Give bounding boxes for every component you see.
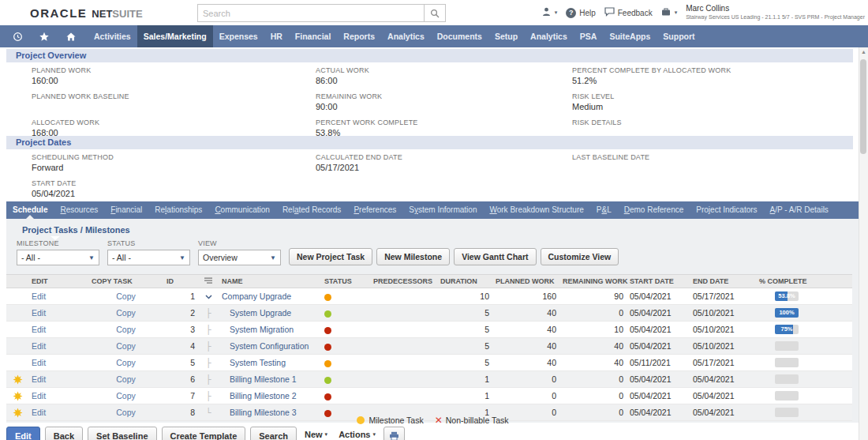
col-predecessors[interactable]: PREDECESSORS xyxy=(370,275,437,288)
quick-add-menu[interactable]: ▾ xyxy=(661,7,678,18)
task-name-link[interactable]: System Configuration xyxy=(222,341,309,351)
task-name-link[interactable]: Billing Milestone 1 xyxy=(222,374,297,384)
home-icon[interactable] xyxy=(65,32,77,42)
nav-item-setup[interactable]: Setup xyxy=(488,25,524,47)
tab-project-indicators[interactable]: Project Indicators xyxy=(690,201,763,219)
status-filter-select[interactable]: - All - ▼ xyxy=(107,250,190,265)
edit-link[interactable]: Edit xyxy=(32,341,46,351)
copy-link[interactable]: Copy xyxy=(116,358,136,367)
edit-button[interactable]: Edit xyxy=(6,427,40,440)
col-remaining-work[interactable]: REMAINING WORK xyxy=(559,275,627,288)
customize-view-button[interactable]: Customize View xyxy=(541,248,619,265)
predecessors-cell xyxy=(370,338,437,355)
nav-item-analytics[interactable]: Analytics xyxy=(381,25,431,47)
nav-item-hr[interactable]: HR xyxy=(264,25,289,47)
task-name-link[interactable]: Billing Milestone 2 xyxy=(222,391,297,401)
col-copy-task[interactable]: COPY TASK xyxy=(88,275,163,288)
task-name-link[interactable]: System Testing xyxy=(222,358,286,367)
col-duration[interactable]: DURATION xyxy=(437,275,492,288)
scrollbar-thumb[interactable] xyxy=(860,59,866,154)
col-id[interactable]: ID xyxy=(163,275,198,288)
col-end-date[interactable]: END DATE xyxy=(690,275,756,288)
nav-item-sales-marketing[interactable]: Sales/Marketing xyxy=(137,25,213,47)
legend-milestone: Milestone Task xyxy=(357,416,423,425)
col-milestone-icon[interactable] xyxy=(6,275,28,288)
tab-system-information[interactable]: System Information xyxy=(402,201,483,219)
feedback-button[interactable]: Feedback xyxy=(604,7,653,18)
search-input[interactable] xyxy=(198,5,424,21)
col-complete[interactable]: % COMPLETE xyxy=(756,275,852,288)
nav-item-activities[interactable]: Activities xyxy=(88,25,137,47)
edit-link[interactable]: Edit xyxy=(32,308,46,318)
nav-item-documents[interactable]: Documents xyxy=(431,25,488,47)
nav-item-suiteapps[interactable]: SuiteApps xyxy=(603,25,657,47)
copy-link[interactable]: Copy xyxy=(116,341,136,351)
back-button[interactable]: Back xyxy=(45,427,83,440)
tab-resources[interactable]: Resources xyxy=(54,201,104,219)
recent-records-icon[interactable] xyxy=(13,32,23,42)
copy-link[interactable]: Copy xyxy=(116,391,136,401)
edit-link[interactable]: Edit xyxy=(32,291,46,301)
tab-relationships[interactable]: Relationships xyxy=(148,201,208,219)
col-start-date[interactable]: START DATE xyxy=(627,275,690,288)
search-icon[interactable] xyxy=(424,5,445,21)
tab-work-breakdown-structure[interactable]: Work Breakdown Structure xyxy=(483,201,589,219)
task-name-link[interactable]: System Migration xyxy=(222,325,294,334)
field-start-date: START DATE05/04/2021 xyxy=(32,179,316,198)
edit-link[interactable]: Edit xyxy=(32,325,46,334)
tab-a-p-a-r-details[interactable]: A/P - A/R Details xyxy=(764,201,835,219)
view-gantt-chart-button[interactable]: View Gantt Chart xyxy=(454,248,536,265)
view-filter-select[interactable]: Overview ▼ xyxy=(198,250,281,265)
copy-link[interactable]: Copy xyxy=(116,374,136,384)
actions-menu[interactable]: Actions▾ xyxy=(335,427,379,440)
tab-financial[interactable]: Financial xyxy=(104,201,148,219)
nav-item-psa[interactable]: PSA xyxy=(574,25,604,47)
nav-item-reports[interactable]: Reports xyxy=(337,25,381,47)
subtab-project-tasks[interactable]: Project Tasks / Milestones xyxy=(22,225,130,235)
filter-row: MILESTONE - All - ▼ STATUS - All - ▼ VIE… xyxy=(17,239,619,265)
copy-link[interactable]: Copy xyxy=(116,291,136,301)
copy-link[interactable]: Copy xyxy=(116,325,136,334)
table-row: EditCopy2├System Upgrade540005/04/202105… xyxy=(6,305,852,322)
print-button[interactable] xyxy=(383,427,405,440)
new-project-task-button[interactable]: New Project Task xyxy=(289,248,372,265)
help-button[interactable]: ? Help xyxy=(566,8,596,18)
col-name[interactable]: NAME xyxy=(219,275,321,288)
edit-link[interactable]: Edit xyxy=(32,374,46,384)
nav-item-analytics[interactable]: Analytics xyxy=(524,25,574,47)
tab-communication[interactable]: Communication xyxy=(208,201,276,219)
new-milestone-button[interactable]: New Milestone xyxy=(376,248,450,265)
task-name-link[interactable]: System Upgrade xyxy=(222,308,291,318)
create-template-button[interactable]: Create Template xyxy=(162,427,246,440)
col-planned-work[interactable]: PLANNED WORK xyxy=(492,275,559,288)
nav-item-expenses[interactable]: Expenses xyxy=(213,25,264,47)
col-status[interactable]: STATUS xyxy=(321,275,370,288)
col-hierarchy[interactable] xyxy=(198,275,219,288)
tab-p-l[interactable]: P&L xyxy=(590,201,618,219)
col-edit[interactable]: EDIT xyxy=(28,275,88,288)
tab-schedule[interactable]: Schedule xyxy=(6,201,54,219)
set-baseline-button[interactable]: Set Baseline xyxy=(88,427,156,440)
scroll-up-icon[interactable]: ▲ xyxy=(859,47,868,57)
copy-link[interactable]: Copy xyxy=(116,308,136,318)
tab-related-records[interactable]: Related Records xyxy=(276,201,348,219)
collapse-chevron-icon[interactable] xyxy=(198,288,219,305)
field-actual-work: ACTUAL WORK86:00 xyxy=(316,66,572,85)
percent-complete-bar xyxy=(775,341,799,351)
logo-net: NET xyxy=(92,8,112,20)
nav-item-financial[interactable]: Financial xyxy=(289,25,338,47)
shortcuts-star-icon[interactable] xyxy=(39,32,50,42)
tab-preferences[interactable]: Preferences xyxy=(347,201,402,219)
search-button[interactable]: Search xyxy=(250,427,297,440)
nav-item-support[interactable]: Support xyxy=(657,25,701,47)
vertical-scrollbar[interactable]: ▲ xyxy=(859,47,868,440)
new-menu[interactable]: New▾ xyxy=(301,427,331,440)
edit-link[interactable]: Edit xyxy=(32,391,46,401)
user-info[interactable]: Marc Collins Stairway Services US Leadin… xyxy=(686,4,865,21)
roles-menu[interactable]: ▾ xyxy=(541,7,558,18)
field-percent-work-complete: PERCENT WORK COMPLETE53.8% xyxy=(316,118,572,137)
task-name-link[interactable]: Company Upgrade xyxy=(222,291,291,301)
tab-demo-reference[interactable]: Demo Reference xyxy=(618,201,690,219)
milestone-filter-select[interactable]: - All - ▼ xyxy=(17,250,99,265)
edit-link[interactable]: Edit xyxy=(32,358,46,367)
